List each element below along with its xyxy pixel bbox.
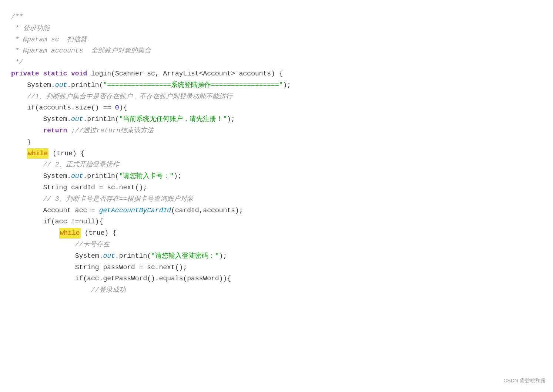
code-line: private static void login(Scanner sc, Ar… xyxy=(11,68,542,80)
code-line: // 2、正式开始登录操作 xyxy=(11,159,542,170)
code-line: return ;//通过return结束该方法 xyxy=(11,125,542,136)
code-line: // 3、判断卡号是否存在==根据卡号查询账户对象 xyxy=(11,193,542,205)
code-line: * @param sc 扫描器 xyxy=(11,34,542,45)
code-line: System.out.println("================系统登陆… xyxy=(11,80,542,91)
code-line: while (true) { xyxy=(11,227,542,239)
code-line: //登录成功 xyxy=(11,284,542,296)
code-line: System.out.println("请您输入登陆密码："); xyxy=(11,250,542,262)
code-block: /** * 登录功能 * @param sc 扫描器 * @param acco… xyxy=(11,7,542,300)
code-line: System.out.println("当前系统无任何账户，请先注册！"); xyxy=(11,114,542,125)
code-line: while (true) { xyxy=(11,148,542,159)
code-line: */ xyxy=(11,57,542,68)
code-line: Account acc = getAccountByCardId(cardId,… xyxy=(11,205,542,216)
code-line: } xyxy=(11,136,542,148)
code-line: if(acc.getPassWord().equals(passWord)){ xyxy=(11,273,542,284)
code-line: * 登录功能 xyxy=(11,23,542,34)
code-line: /** xyxy=(11,11,542,23)
code-line: //卡号存在 xyxy=(11,239,542,250)
code-line: System.out.println("请您输入卡号："); xyxy=(11,170,542,182)
code-line: String cardId = sc.next(); xyxy=(11,182,542,193)
code-line: if(acc !=null){ xyxy=(11,216,542,227)
code-line: //1、判断账户集合中是否存在账户，不存在账户则登录功能不能进行 xyxy=(11,91,542,102)
code-line: if(accounts.size() == 0){ xyxy=(11,102,542,114)
watermark: CSDN @碧桃和露 xyxy=(503,376,546,385)
code-line: String passWord = sc.next(); xyxy=(11,262,542,273)
code-line: * @param accounts 全部账户对象的集合 xyxy=(11,45,542,57)
